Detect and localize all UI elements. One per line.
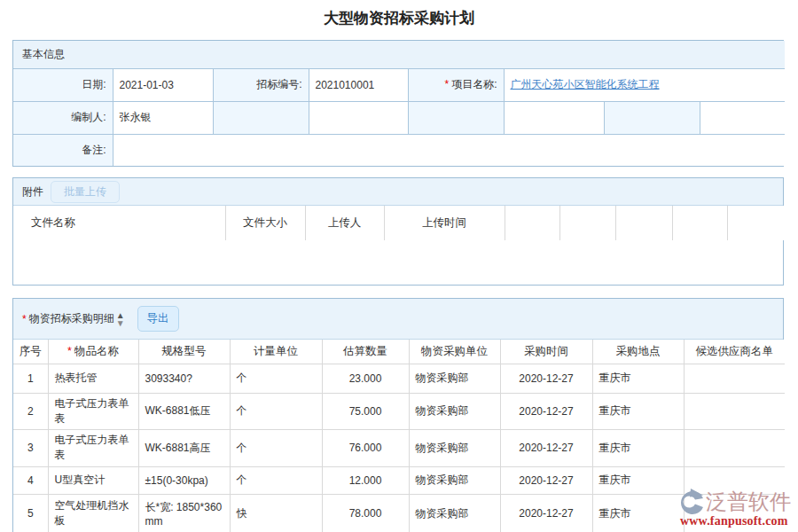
- cell-spec: WK-6881高压: [138, 429, 230, 466]
- detail-header-bar: * 物资招标采购明细 ▲ ▼ 导出: [13, 299, 783, 340]
- column-header-seq: 序号: [13, 340, 48, 364]
- attachments-section-title: 附件: [22, 184, 43, 200]
- cell-spec: 3093340?: [138, 364, 230, 393]
- cell-dept: 物资采购部: [409, 429, 500, 466]
- basic-info-table: 基本信息 日期: 2021-01-03 招标编号: 2021010001 *项目…: [13, 41, 785, 166]
- date-value: 2021-01-03: [113, 68, 213, 101]
- cell-unit: 个: [230, 364, 322, 393]
- basic-info-section-title: 基本信息: [13, 41, 785, 68]
- cell-item-name: U型真空计: [48, 466, 138, 494]
- column-header-time: 采购时间: [500, 340, 592, 364]
- attachments-section: 附件 批量上传 文件名称 文件大小 上传人 上传时间: [12, 177, 784, 286]
- vendor-url-text: www.fanpusoft.com: [680, 514, 797, 528]
- column-header-file-size: 文件大小: [225, 206, 305, 240]
- sort-arrows[interactable]: ▲ ▼: [116, 311, 125, 327]
- required-asterisk: *: [67, 345, 72, 357]
- cell-dept: 物资采购部: [409, 466, 500, 494]
- cell-qty: 12.000: [322, 466, 409, 494]
- cell-seq: 3: [13, 429, 48, 466]
- column-header-item-name: *物品名称: [48, 340, 138, 364]
- empty-value-cell: [700, 101, 785, 134]
- column-header-qty: 估算数量: [322, 340, 409, 364]
- author-value: 张永银: [113, 101, 213, 134]
- attachments-header-bar: 附件 批量上传: [13, 178, 783, 206]
- vendor-brand-text: 泛普软件: [706, 488, 791, 516]
- vendor-watermark: 泛普软件 www.fanpusoft.com: [680, 488, 797, 528]
- cell-seq: 4: [13, 466, 48, 494]
- project-name-cell: 广州天心苑小区智能化系统工程: [504, 68, 785, 101]
- fanpu-logo-icon: [680, 489, 704, 515]
- column-header-empty: [505, 206, 559, 240]
- author-label: 编制人:: [13, 101, 113, 134]
- cell-qty: 23.000: [322, 364, 409, 393]
- cell-place: 重庆市: [592, 393, 684, 429]
- column-header-dept: 物资采购单位: [409, 340, 500, 364]
- table-row: 2 电子式压力表单表 WK-6881低压 个 75.000 物资采购部 2020…: [13, 393, 785, 429]
- column-header-empty: [559, 206, 615, 240]
- column-header-empty: [727, 206, 785, 240]
- cell-unit: 个: [230, 466, 322, 494]
- cell-seq: 5: [13, 494, 48, 532]
- cell-spec: 长*宽: 1850*360 mm: [138, 494, 230, 532]
- project-name-link[interactable]: 广州天心苑小区智能化系统工程: [511, 78, 660, 90]
- attachments-table: 文件名称 文件大小 上传人 上传时间: [13, 206, 785, 240]
- cell-time: 2020-12-27: [500, 466, 592, 494]
- column-header-place: 采购地点: [592, 340, 684, 364]
- cell-time: 2020-12-27: [500, 364, 592, 393]
- cell-item-name: 电子式压力表单表: [48, 429, 138, 466]
- column-header-unit: 计量单位: [230, 340, 322, 364]
- cell-seq: 1: [13, 364, 48, 393]
- remark-value: [113, 134, 785, 166]
- cell-place: 重庆市: [592, 429, 684, 466]
- batch-upload-button[interactable]: 批量上传: [51, 181, 120, 203]
- export-button[interactable]: 导出: [137, 306, 179, 332]
- table-row: 3 电子式压力表单表 WK-6881高压 个 76.000 物资采购部 2020…: [13, 429, 785, 466]
- page-title: 大型物资招标采购计划: [0, 0, 798, 27]
- cell-supplier: [684, 393, 785, 429]
- cell-time: 2020-12-27: [500, 494, 592, 532]
- column-header-uploader: 上传人: [305, 206, 384, 240]
- cell-unit: 个: [230, 393, 322, 429]
- cell-qty: 75.000: [322, 393, 409, 429]
- empty-label-cell: [604, 101, 700, 134]
- remark-label: 备注:: [13, 134, 113, 166]
- cell-supplier: [684, 429, 785, 466]
- project-name-label: *项目名称:: [408, 68, 504, 101]
- cell-dept: 物资采购部: [409, 393, 500, 429]
- table-row: 1 热表托管 3093340? 个 23.000 物资采购部 2020-12-2…: [13, 364, 785, 393]
- cell-dept: 物资采购部: [409, 364, 500, 393]
- detail-section-title: 物资招标采购明细: [29, 311, 114, 326]
- cell-place: 重庆市: [592, 364, 684, 393]
- table-row: 5 空气处理机挡水板 长*宽: 1850*360 mm 快 78.000 物资采…: [13, 494, 785, 532]
- detail-section: * 物资招标采购明细 ▲ ▼ 导出 序号 *物品名称 规格型号 计量单位 估算数…: [12, 298, 784, 532]
- empty-label-cell: [213, 101, 309, 134]
- column-header-spec: 规格型号: [138, 340, 230, 364]
- cell-spec: ±15(0-30kpa): [138, 466, 230, 494]
- attachments-empty-body: [13, 240, 783, 285]
- column-header-upload-time: 上传时间: [384, 206, 505, 240]
- cell-place: 重庆市: [592, 466, 684, 494]
- date-label: 日期:: [13, 68, 113, 101]
- bid-no-value: 2021010001: [309, 68, 408, 101]
- cell-dept: 物资采购部: [409, 494, 500, 532]
- bid-no-label: 招标编号:: [213, 68, 309, 101]
- cell-spec: WK-6881低压: [138, 393, 230, 429]
- cell-qty: 76.000: [322, 429, 409, 466]
- column-header-empty: [615, 206, 672, 240]
- empty-value-cell: [504, 101, 604, 134]
- cell-unit: 快: [230, 494, 322, 532]
- column-header-file-name: 文件名称: [13, 206, 225, 240]
- cell-qty: 78.000: [322, 494, 409, 532]
- cell-time: 2020-12-27: [500, 393, 592, 429]
- table-row: 4 U型真空计 ±15(0-30kpa) 个 12.000 物资采购部 2020…: [13, 466, 785, 494]
- cell-item-name: 电子式压力表单表: [48, 393, 138, 429]
- basic-info-section: 基本信息 日期: 2021-01-03 招标编号: 2021010001 *项目…: [12, 40, 784, 167]
- cell-unit: 个: [230, 429, 322, 466]
- detail-table: 序号 *物品名称 规格型号 计量单位 估算数量 物资采购单位 采购时间 采购地点…: [13, 340, 785, 532]
- empty-value-cell: [309, 101, 408, 134]
- cell-seq: 2: [13, 393, 48, 429]
- cell-item-name: 热表托管: [48, 364, 138, 393]
- sort-desc-icon[interactable]: ▼: [116, 319, 125, 327]
- required-asterisk: *: [444, 78, 449, 90]
- empty-label-cell: [408, 101, 504, 134]
